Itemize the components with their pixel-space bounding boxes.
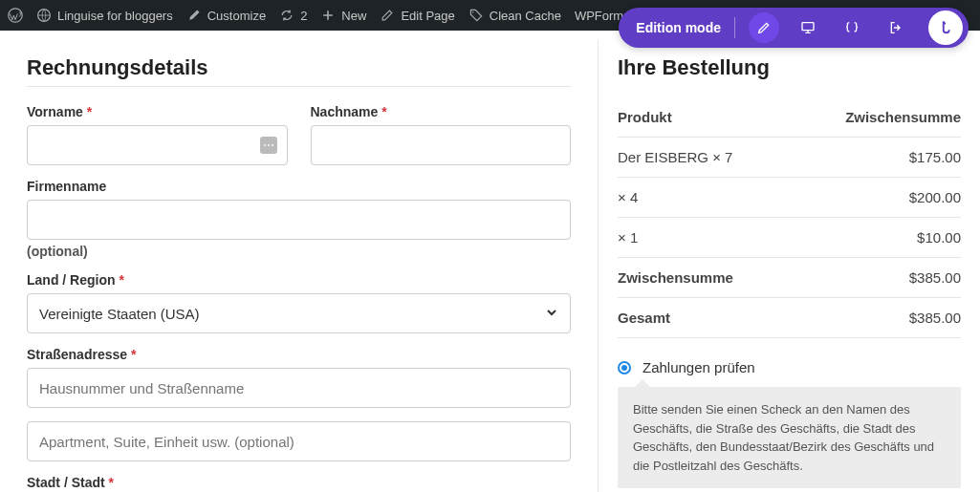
order-item-row: × 4 $200.00 xyxy=(618,178,961,218)
first-name-input[interactable] xyxy=(39,126,275,164)
country-value: Vereinigte Staaten (USA) xyxy=(39,306,200,322)
company-label: Firmenname xyxy=(27,179,571,194)
street-field[interactable] xyxy=(27,368,571,408)
adminbar-customize[interactable]: Customize xyxy=(186,8,266,23)
billing-form: Rechnungsdetails Vorname * Nachname * Fi… xyxy=(0,40,598,492)
logo-icon xyxy=(937,19,954,36)
wp-logo[interactable] xyxy=(8,8,23,23)
billing-heading: Rechnungsdetails xyxy=(27,55,571,80)
adminbar-new[interactable]: New xyxy=(320,8,366,23)
svg-point-2 xyxy=(472,11,474,13)
divider xyxy=(27,86,571,87)
first-name-field[interactable] xyxy=(27,125,288,165)
street-input[interactable] xyxy=(39,369,558,407)
toolbar-divider xyxy=(734,17,735,38)
brush-icon xyxy=(186,8,202,23)
payment-block: Zahlungen prüfen Bitte senden Sie einen … xyxy=(618,359,961,488)
col-subtotal: Zwischensumme xyxy=(845,109,961,125)
pencil-icon xyxy=(380,8,395,23)
exit-icon xyxy=(888,20,904,35)
country-label: Land / Region * xyxy=(27,272,571,288)
pencil-icon xyxy=(756,20,772,35)
company-input[interactable] xyxy=(39,201,558,239)
adminbar-site[interactable]: Linguise for bloggers xyxy=(36,8,173,23)
radio-checked-icon[interactable] xyxy=(618,361,631,374)
refresh-icon xyxy=(279,8,294,23)
code-icon-button[interactable] xyxy=(837,12,867,43)
order-item-row: × 1 $10.00 xyxy=(618,218,961,258)
order-total-row: Gesamt $385.00 xyxy=(618,298,961,338)
adminbar-site-name: Linguise for bloggers xyxy=(57,9,173,23)
edition-mode-label: Edition mode xyxy=(636,20,721,35)
autofill-icon[interactable] xyxy=(260,137,277,154)
city-label: Stadt / Stadt * xyxy=(27,475,571,490)
order-item-row: Der EISBERG × 7 $175.00 xyxy=(618,138,961,178)
street-label: Straßenadresse * xyxy=(27,347,571,362)
payment-label: Zahlungen prüfen xyxy=(642,359,755,375)
payment-option-check[interactable]: Zahlungen prüfen xyxy=(618,359,961,375)
order-subtotal-row: Zwischensumme $385.00 xyxy=(618,258,961,298)
company-field[interactable] xyxy=(27,200,571,240)
linguise-logo[interactable] xyxy=(928,11,963,45)
chevron-down-icon xyxy=(546,305,557,322)
last-name-label: Nachname * xyxy=(311,104,572,119)
order-heading: Ihre Bestellung xyxy=(618,55,961,80)
plus-icon xyxy=(320,8,336,23)
adminbar-edit-page[interactable]: Edit Page xyxy=(380,8,454,23)
col-product: Produkt xyxy=(618,109,672,125)
exit-icon-button[interactable] xyxy=(881,12,911,43)
monitor-icon xyxy=(800,20,816,35)
edit-icon-button[interactable] xyxy=(749,12,779,43)
optional-label: (optional) xyxy=(27,244,571,259)
tag-icon xyxy=(468,8,484,23)
adminbar-updates[interactable]: 2 xyxy=(279,8,307,23)
country-select[interactable]: Vereinigte Staaten (USA) xyxy=(27,293,571,333)
payment-description: Bitte senden Sie einen Scheck an den Nam… xyxy=(618,387,961,488)
order-summary: Ihre Bestellung Produkt Zwischensumme De… xyxy=(598,40,980,492)
first-name-label: Vorname * xyxy=(27,104,288,119)
site-icon xyxy=(36,8,52,23)
order-header-row: Produkt Zwischensumme xyxy=(618,97,961,138)
street2-field[interactable] xyxy=(27,421,571,461)
last-name-field[interactable] xyxy=(311,125,572,165)
street2-input[interactable] xyxy=(39,422,558,460)
braces-icon xyxy=(844,20,860,35)
svg-rect-3 xyxy=(802,23,814,31)
last-name-input[interactable] xyxy=(323,126,559,164)
preview-icon-button[interactable] xyxy=(793,12,823,43)
edition-toolbar: Edition mode xyxy=(619,8,969,48)
adminbar-clean-cache[interactable]: Clean Cache xyxy=(468,8,561,23)
